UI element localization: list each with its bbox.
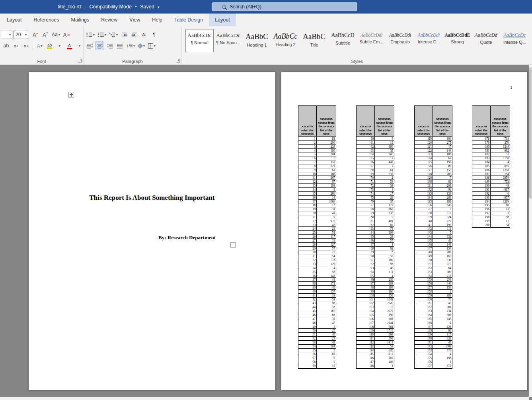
row-value-cell: 2 (375, 176, 394, 180)
strikethrough-button[interactable]: ab (2, 41, 11, 50)
tab-view[interactable]: View (123, 14, 146, 26)
bullets-button[interactable]: ▾ (85, 30, 96, 39)
numbering-button[interactable]: ▾ (97, 30, 107, 39)
subscript-button[interactable]: x2 (12, 41, 21, 50)
row-number-cell: 133 (415, 192, 433, 196)
decrease-indent-button[interactable] (120, 30, 129, 39)
search-input[interactable]: Search (Alt+Q) (212, 2, 357, 11)
row-number-cell: 72 (357, 184, 375, 188)
row-value-cell: 14 (317, 196, 336, 200)
page-2[interactable]: 1 xxxxx to select the xxxxxxxxxxxxxxxx x… (281, 72, 527, 390)
row-value-cell: 61 (375, 168, 394, 172)
style-heading1[interactable]: AaBbCHeading 1 (243, 29, 271, 52)
style-label: Intense E... (415, 39, 442, 44)
style-no-spacing[interactable]: AaBbCcDc¶ No Spac... (214, 29, 242, 52)
row-number-cell: 189 (472, 180, 491, 184)
document-canvas[interactable]: This Report Is About Something Important… (0, 65, 532, 400)
table-row: 98188 (357, 286, 394, 290)
row-value-cell: 88 (317, 313, 336, 317)
table-row: 2200 (298, 141, 336, 145)
font-name-combo[interactable]: ▾ (2, 31, 12, 39)
row-number-cell: 32 (298, 258, 317, 262)
row-value-cell: 753 (491, 180, 510, 184)
justify-button[interactable] (115, 41, 124, 50)
borders-button[interactable]: ▾ (147, 41, 157, 50)
row-number-cell: 17 (298, 200, 317, 204)
font-dialog-launcher-icon[interactable] (78, 59, 82, 62)
font-color-button[interactable]: A (65, 41, 74, 50)
table-header-cell: xxxxxxxx xxxxxx from the xxxxxxx list of… (375, 106, 394, 137)
row-number-cell: 102 (357, 301, 375, 305)
tab-table-design[interactable]: Table Design (168, 14, 209, 26)
highlight-dropdown[interactable]: ▾ (55, 41, 64, 50)
down-mark-icon: ▾ (47, 31, 48, 35)
table-row: 6335 (357, 149, 394, 153)
row-value-cell: 98 (317, 301, 336, 305)
style-quote[interactable]: AaBbCcDdQuote (472, 29, 500, 52)
table-row: 45187 (298, 309, 336, 313)
tab-review[interactable]: Review (95, 14, 123, 26)
tab-layout[interactable]: Layout (209, 14, 236, 26)
align-right-button[interactable] (105, 41, 114, 50)
row-number-cell: 118 (357, 364, 375, 368)
document-title[interactable]: title_too.rtf - Compatibility Mode • Sav… (58, 0, 162, 14)
grow-font-button[interactable]: A▴ (31, 30, 40, 39)
tab-layout[interactable]: Layout (1, 14, 28, 26)
font-color-dropdown[interactable]: ▾ (75, 41, 84, 50)
style-subtle-emphasis[interactable]: AaBbCcDdiSubtle Em... (357, 29, 386, 52)
row-value-cell: 776 (433, 349, 452, 353)
row-number-cell: 177 (415, 364, 433, 368)
show-marks-button[interactable]: ¶ (150, 30, 159, 39)
style-intense-emphasis[interactable]: AaBbCcDdiIntense E... (415, 29, 443, 52)
table-row: 120275 (415, 141, 452, 145)
paragraph-dialog-launcher-icon[interactable] (176, 59, 180, 62)
tab-help[interactable]: Help (146, 14, 168, 26)
horizontal-scrollbar[interactable] (0, 397, 529, 400)
row-number-cell: 132 (415, 188, 433, 192)
style-strong[interactable]: AaBbCcDdEStrong (443, 29, 472, 52)
shrink-font-button[interactable]: A▾ (41, 30, 50, 39)
table-row: 12117 (415, 145, 452, 149)
align-center-button[interactable] (95, 41, 104, 50)
tab-mailings[interactable]: Mailings (65, 14, 95, 26)
row-number-cell: 122 (415, 149, 433, 153)
table-row: 128285 (415, 172, 452, 176)
style-emphasis[interactable]: AaBbCcDdiEmphasis (386, 29, 414, 52)
style-heading2[interactable]: AaBbCcHeading 2 (271, 29, 300, 52)
line-spacing-icon: ↕ (126, 43, 129, 49)
style-title[interactable]: AaBbCTitle (300, 29, 328, 52)
style-subtitle[interactable]: AaBbCcDSubtitle (329, 29, 357, 52)
shading-button[interactable]: ▾ (137, 41, 146, 50)
sort-button[interactable]: A↓ (140, 30, 149, 39)
superscript-button[interactable]: x2 (21, 41, 31, 50)
data-table-2: xxxxx to select the xxxxxxxxxxxxxxxx xxx… (356, 105, 394, 369)
row-number-cell: 123 (415, 152, 433, 156)
table-row: 116103 (357, 356, 394, 360)
row-value-cell: 2249 (375, 301, 394, 305)
increase-indent-button[interactable] (130, 30, 139, 39)
style-intense-quote[interactable]: AaBbCcDcIntense Q... (501, 29, 529, 52)
row-value-cell: 336 (433, 258, 452, 262)
align-left-button[interactable] (85, 41, 94, 50)
line-spacing-button[interactable]: ↕▾ (125, 41, 136, 50)
tab-references[interactable]: References (28, 14, 65, 26)
page-1[interactable]: This Report Is About Something Important… (29, 72, 275, 390)
scrollbar-thumb[interactable] (529, 67, 532, 199)
table-row: 7417 (357, 192, 394, 196)
row-value-cell: 4 (375, 188, 394, 192)
change-case-button[interactable]: Aa▾ (51, 30, 61, 39)
chevron-down-icon[interactable]: ▾ (158, 5, 160, 9)
table-row: 1072244 (357, 321, 394, 325)
table-row: 1744 (415, 352, 452, 356)
multilevel-list-button[interactable]: ▾ (108, 30, 119, 39)
text-effects-button[interactable]: A▾ (35, 41, 44, 50)
row-number-cell: 18 (298, 203, 317, 207)
style-normal[interactable]: AaBbCcDc¶ Normal (185, 29, 214, 52)
row-value-cell: 117 (317, 235, 336, 239)
text-highlight-button[interactable]: ab (45, 41, 54, 50)
font-size-combo[interactable]: 20 ▾ (13, 31, 28, 39)
style-preview: AaBbCcDdi (415, 33, 442, 37)
vertical-scrollbar[interactable] (529, 65, 532, 397)
clear-formatting-button[interactable]: A (62, 30, 72, 39)
table-move-handle-icon[interactable] (68, 92, 74, 98)
